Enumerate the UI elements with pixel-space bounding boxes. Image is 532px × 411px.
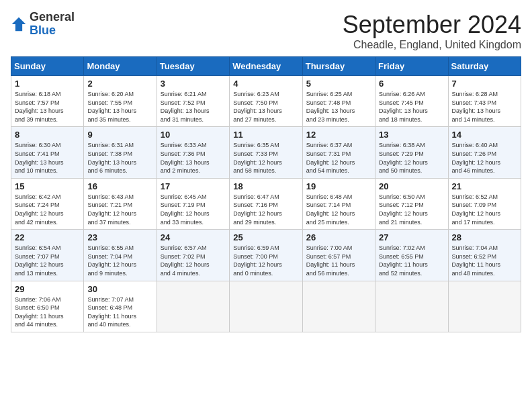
col-wednesday: Wednesday — [230, 57, 302, 76]
calendar-header-row: Sunday Monday Tuesday Wednesday Thursday… — [11, 57, 521, 76]
day-info: Sunrise: 6:52 AM Sunset: 7:09 PM Dayligh… — [452, 193, 517, 226]
day-info: Sunrise: 6:23 AM Sunset: 7:50 PM Dayligh… — [233, 90, 298, 124]
calendar-cell: 6Sunrise: 6:26 AM Sunset: 7:45 PM Daylig… — [375, 76, 448, 127]
day-number: 13 — [379, 130, 444, 140]
day-info: Sunrise: 6:20 AM Sunset: 7:55 PM Dayligh… — [87, 90, 152, 124]
day-number: 21 — [452, 181, 517, 191]
day-number: 22 — [15, 232, 80, 242]
calendar-cell: 10Sunrise: 6:33 AM Sunset: 7:36 PM Dayli… — [157, 127, 229, 178]
calendar-cell: 30Sunrise: 7:07 AM Sunset: 6:48 PM Dayli… — [84, 281, 157, 332]
day-info: Sunrise: 6:47 AM Sunset: 7:16 PM Dayligh… — [233, 193, 298, 226]
calendar-cell: 26Sunrise: 7:00 AM Sunset: 6:57 PM Dayli… — [302, 230, 375, 281]
day-number: 20 — [379, 181, 444, 191]
calendar-cell — [302, 281, 375, 332]
day-info: Sunrise: 6:45 AM Sunset: 7:19 PM Dayligh… — [161, 193, 226, 226]
day-info: Sunrise: 6:38 AM Sunset: 7:29 PM Dayligh… — [379, 141, 444, 175]
day-info: Sunrise: 6:25 AM Sunset: 7:48 PM Dayligh… — [306, 90, 371, 124]
day-info: Sunrise: 6:42 AM Sunset: 7:24 PM Dayligh… — [15, 193, 80, 226]
calendar-cell: 1Sunrise: 6:18 AM Sunset: 7:57 PM Daylig… — [11, 76, 84, 127]
calendar-cell: 27Sunrise: 7:02 AM Sunset: 6:55 PM Dayli… — [375, 230, 448, 281]
calendar-cell: 19Sunrise: 6:48 AM Sunset: 7:14 PM Dayli… — [302, 178, 375, 229]
day-number: 18 — [233, 181, 298, 191]
day-info: Sunrise: 6:35 AM Sunset: 7:33 PM Dayligh… — [233, 141, 298, 175]
logo-icon — [11, 16, 27, 32]
day-info: Sunrise: 7:02 AM Sunset: 6:55 PM Dayligh… — [379, 244, 444, 277]
calendar-cell: 25Sunrise: 6:59 AM Sunset: 7:00 PM Dayli… — [230, 230, 302, 281]
calendar-cell: 28Sunrise: 7:04 AM Sunset: 6:52 PM Dayli… — [448, 230, 521, 281]
location: Cheadle, England, United Kingdom — [343, 39, 521, 51]
calendar-table: Sunday Monday Tuesday Wednesday Thursday… — [11, 56, 521, 332]
day-info: Sunrise: 6:54 AM Sunset: 7:07 PM Dayligh… — [15, 244, 80, 277]
calendar-cell: 5Sunrise: 6:25 AM Sunset: 7:48 PM Daylig… — [302, 76, 375, 127]
title-block: September 2024 Cheadle, England, United … — [343, 11, 521, 51]
calendar-cell: 13Sunrise: 6:38 AM Sunset: 7:29 PM Dayli… — [375, 127, 448, 178]
calendar-cell: 3Sunrise: 6:21 AM Sunset: 7:52 PM Daylig… — [157, 76, 229, 127]
day-number: 4 — [233, 79, 298, 89]
day-number: 23 — [87, 232, 152, 242]
day-number: 19 — [306, 181, 371, 191]
day-number: 27 — [379, 232, 444, 242]
day-number: 29 — [15, 284, 80, 294]
day-number: 1 — [15, 79, 80, 89]
col-sunday: Sunday — [11, 57, 84, 76]
col-friday: Friday — [375, 57, 448, 76]
day-number: 8 — [15, 130, 80, 140]
calendar-cell: 23Sunrise: 6:55 AM Sunset: 7:04 PM Dayli… — [84, 230, 157, 281]
day-number: 6 — [379, 79, 444, 89]
day-number: 16 — [87, 181, 152, 191]
day-number: 2 — [87, 79, 152, 89]
logo-text: General Blue — [30, 11, 75, 38]
calendar-cell: 21Sunrise: 6:52 AM Sunset: 7:09 PM Dayli… — [448, 178, 521, 229]
day-info: Sunrise: 6:31 AM Sunset: 7:38 PM Dayligh… — [87, 141, 152, 175]
day-number: 28 — [452, 232, 517, 242]
day-info: Sunrise: 6:30 AM Sunset: 7:41 PM Dayligh… — [15, 141, 80, 175]
day-info: Sunrise: 6:18 AM Sunset: 7:57 PM Dayligh… — [15, 90, 80, 124]
day-number: 30 — [87, 284, 152, 294]
calendar-cell: 7Sunrise: 6:28 AM Sunset: 7:43 PM Daylig… — [448, 76, 521, 127]
calendar-week-4: 22Sunrise: 6:54 AM Sunset: 7:07 PM Dayli… — [11, 230, 521, 281]
logo: General Blue — [11, 11, 75, 38]
day-number: 15 — [15, 181, 80, 191]
calendar-cell: 16Sunrise: 6:43 AM Sunset: 7:21 PM Dayli… — [84, 178, 157, 229]
day-number: 7 — [452, 79, 517, 89]
day-number: 17 — [161, 181, 226, 191]
calendar-cell: 15Sunrise: 6:42 AM Sunset: 7:24 PM Dayli… — [11, 178, 84, 229]
col-monday: Monday — [84, 57, 157, 76]
day-info: Sunrise: 6:48 AM Sunset: 7:14 PM Dayligh… — [306, 193, 371, 226]
day-number: 11 — [233, 130, 298, 140]
day-info: Sunrise: 6:43 AM Sunset: 7:21 PM Dayligh… — [87, 193, 152, 226]
calendar-cell: 17Sunrise: 6:45 AM Sunset: 7:19 PM Dayli… — [157, 178, 229, 229]
calendar-week-2: 8Sunrise: 6:30 AM Sunset: 7:41 PM Daylig… — [11, 127, 521, 178]
calendar-cell — [157, 281, 229, 332]
calendar-cell: 20Sunrise: 6:50 AM Sunset: 7:12 PM Dayli… — [375, 178, 448, 229]
day-info: Sunrise: 7:00 AM Sunset: 6:57 PM Dayligh… — [306, 244, 371, 277]
day-info: Sunrise: 6:40 AM Sunset: 7:26 PM Dayligh… — [452, 141, 517, 175]
month-title: September 2024 — [343, 11, 521, 39]
day-info: Sunrise: 6:57 AM Sunset: 7:02 PM Dayligh… — [161, 244, 226, 277]
col-saturday: Saturday — [448, 57, 521, 76]
day-number: 3 — [161, 79, 226, 89]
calendar-cell: 14Sunrise: 6:40 AM Sunset: 7:26 PM Dayli… — [448, 127, 521, 178]
day-info: Sunrise: 6:33 AM Sunset: 7:36 PM Dayligh… — [161, 141, 226, 175]
calendar-cell: 11Sunrise: 6:35 AM Sunset: 7:33 PM Dayli… — [230, 127, 302, 178]
calendar-cell: 22Sunrise: 6:54 AM Sunset: 7:07 PM Dayli… — [11, 230, 84, 281]
calendar-cell: 18Sunrise: 6:47 AM Sunset: 7:16 PM Dayli… — [230, 178, 302, 229]
calendar-week-5: 29Sunrise: 7:06 AM Sunset: 6:50 PM Dayli… — [11, 281, 521, 332]
page-header: General Blue September 2024 Cheadle, Eng… — [11, 11, 521, 51]
calendar-week-3: 15Sunrise: 6:42 AM Sunset: 7:24 PM Dayli… — [11, 178, 521, 229]
day-number: 25 — [233, 232, 298, 242]
calendar-cell — [375, 281, 448, 332]
day-info: Sunrise: 6:59 AM Sunset: 7:00 PM Dayligh… — [233, 244, 298, 277]
day-info: Sunrise: 6:50 AM Sunset: 7:12 PM Dayligh… — [379, 193, 444, 226]
day-info: Sunrise: 6:21 AM Sunset: 7:52 PM Dayligh… — [161, 90, 226, 124]
day-number: 9 — [87, 130, 152, 140]
calendar-cell: 12Sunrise: 6:37 AM Sunset: 7:31 PM Dayli… — [302, 127, 375, 178]
day-number: 24 — [161, 232, 226, 242]
day-number: 12 — [306, 130, 371, 140]
day-info: Sunrise: 6:55 AM Sunset: 7:04 PM Dayligh… — [87, 244, 152, 277]
day-info: Sunrise: 6:28 AM Sunset: 7:43 PM Dayligh… — [452, 90, 517, 124]
col-thursday: Thursday — [302, 57, 375, 76]
day-number: 14 — [452, 130, 517, 140]
calendar-cell: 24Sunrise: 6:57 AM Sunset: 7:02 PM Dayli… — [157, 230, 229, 281]
day-info: Sunrise: 6:37 AM Sunset: 7:31 PM Dayligh… — [306, 141, 371, 175]
